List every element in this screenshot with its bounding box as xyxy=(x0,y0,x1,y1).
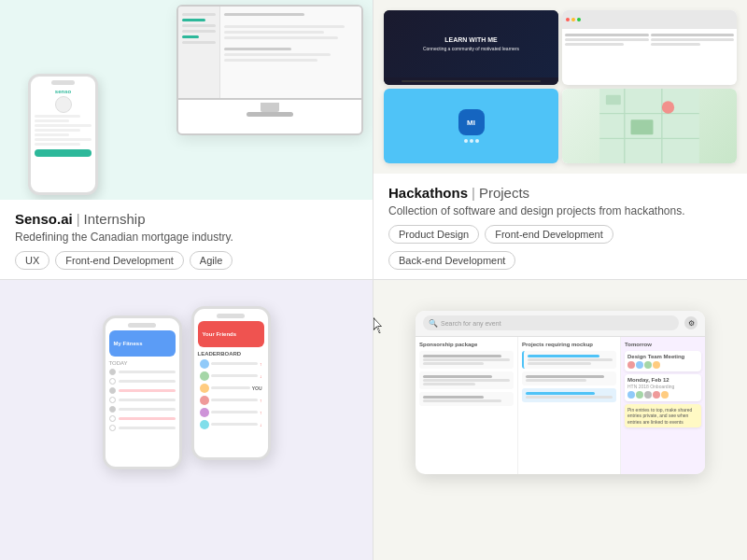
tag-ux[interactable]: UX xyxy=(15,251,49,270)
item-line xyxy=(119,408,176,411)
avatar xyxy=(627,361,635,369)
senso-title: Senso.ai|Internship xyxy=(15,211,358,227)
content-line xyxy=(224,36,338,39)
friends-list: LEADERBOARD ↑ ↓ xyxy=(194,347,268,436)
senso-desc: Redefining the Canadian mortgage industr… xyxy=(15,231,358,244)
task-line xyxy=(528,355,599,357)
map-svg xyxy=(562,89,737,163)
friend-item: ↑ xyxy=(198,359,264,369)
phone-notch xyxy=(128,323,156,328)
task-line xyxy=(423,396,484,399)
content-line xyxy=(35,133,69,136)
mac-sidebar xyxy=(178,7,220,98)
content-line xyxy=(35,138,92,141)
content-line xyxy=(35,143,80,146)
imac-mockup xyxy=(176,5,363,135)
friends-header: Your Friends xyxy=(198,321,264,347)
content-line xyxy=(224,59,317,62)
col-line xyxy=(565,38,649,41)
task-item xyxy=(522,371,616,385)
tag-frontend[interactable]: Front-end Development xyxy=(485,225,613,244)
content-line xyxy=(224,31,324,34)
friend-line xyxy=(211,399,259,401)
task-line xyxy=(526,379,586,382)
task-item xyxy=(522,388,616,402)
fitness-item xyxy=(109,369,176,375)
calendar-event-1: Design Team Meeting xyxy=(625,351,701,371)
task-line xyxy=(423,358,510,361)
lwm-mockup: LEARN WITH MEConnecting a community of m… xyxy=(384,10,558,85)
content-line xyxy=(224,25,345,28)
card-fitness[interactable]: My Fitness TODAY xyxy=(0,280,374,560)
calendar-event-2: Monday, Feb 12 HTN 2018 Onboarding xyxy=(625,374,701,401)
card-taskmanager[interactable]: 🔍 Search for any event ⚙ Sponsorship pac… xyxy=(374,280,747,560)
mi-dot xyxy=(475,139,479,143)
avatar xyxy=(653,391,660,399)
sidebar-line xyxy=(182,13,216,16)
task-body: Sponsorship package xyxy=(416,337,705,474)
task-item xyxy=(419,392,514,406)
task-line xyxy=(423,383,475,385)
stand-base xyxy=(247,112,293,117)
browser-mockup xyxy=(562,10,737,85)
portfolio-grid: senso Senso.ai|Internship Redefining the… xyxy=(0,0,747,560)
lwm-banner: LEARN WITH MEConnecting a community of m… xyxy=(384,10,558,77)
event-title: Design Team Meeting xyxy=(627,354,698,359)
friend-item: ↓ xyxy=(198,371,264,381)
item-line xyxy=(119,371,176,373)
task-line xyxy=(423,375,492,378)
friend-line xyxy=(211,411,259,413)
friend-avatar xyxy=(200,359,209,369)
search-placeholder-text: Search for any event xyxy=(441,320,501,327)
phone-screen: senso xyxy=(31,87,95,159)
avatar xyxy=(644,391,652,399)
fitness-item xyxy=(109,397,176,403)
avatar xyxy=(644,361,652,369)
friend-line xyxy=(211,374,259,377)
fitness-app-title: My Fitness xyxy=(114,341,143,346)
friend-line xyxy=(211,423,259,426)
lwm-title: LEARN WITH MEConnecting a community of m… xyxy=(423,35,519,52)
card-senso[interactable]: senso Senso.ai|Internship Redefining the… xyxy=(0,0,374,280)
map-mockup xyxy=(562,89,737,163)
friend-score: ↑ xyxy=(260,361,262,367)
phone-notch xyxy=(217,314,245,318)
task-line xyxy=(528,358,613,361)
fitness-list: TODAY xyxy=(106,357,179,438)
check-empty xyxy=(109,425,116,431)
friend-line xyxy=(211,362,259,365)
tag-agile[interactable]: Agile xyxy=(190,251,233,270)
fitness-phones: My Fitness TODAY xyxy=(0,280,373,504)
browser-col-2 xyxy=(651,32,735,82)
content-line xyxy=(35,129,80,132)
tag-product-design[interactable]: Product Design xyxy=(388,225,479,244)
card-hackathons[interactable]: LEARN WITH MEConnecting a community of m… xyxy=(374,0,747,280)
task-line xyxy=(526,375,604,378)
phone-notch xyxy=(51,80,75,85)
tag-frontend[interactable]: Front-end Development xyxy=(55,251,184,270)
col-header-line xyxy=(565,34,649,36)
mac-stand xyxy=(178,100,361,117)
browser-col xyxy=(565,32,649,82)
avatar xyxy=(661,391,669,399)
task-line xyxy=(423,379,510,382)
sidebar-line xyxy=(182,41,216,44)
task-item xyxy=(419,371,514,389)
task-search[interactable]: 🔍 Search for any event xyxy=(423,315,679,330)
check-empty xyxy=(109,378,116,385)
browser-dot xyxy=(577,18,581,21)
mac-screen xyxy=(178,7,361,100)
senso-info: Senso.ai|Internship Redefining the Canad… xyxy=(0,200,373,279)
hackathons-preview: LEARN WITH MEConnecting a community of m… xyxy=(374,0,747,174)
fitness-preview: My Fitness TODAY xyxy=(0,280,373,504)
gear-icon[interactable]: ⚙ xyxy=(684,316,698,329)
fitness-item xyxy=(109,415,176,422)
content-line xyxy=(35,124,92,127)
task-line xyxy=(528,362,591,365)
task-topbar: 🔍 Search for any event ⚙ xyxy=(416,311,705,337)
tag-backend[interactable]: Back-end Development xyxy=(388,251,515,270)
event-avatars xyxy=(627,391,698,399)
mi-logo: MI xyxy=(458,109,485,135)
friend-avatar xyxy=(200,371,209,381)
sidebar-line-active xyxy=(182,19,205,21)
